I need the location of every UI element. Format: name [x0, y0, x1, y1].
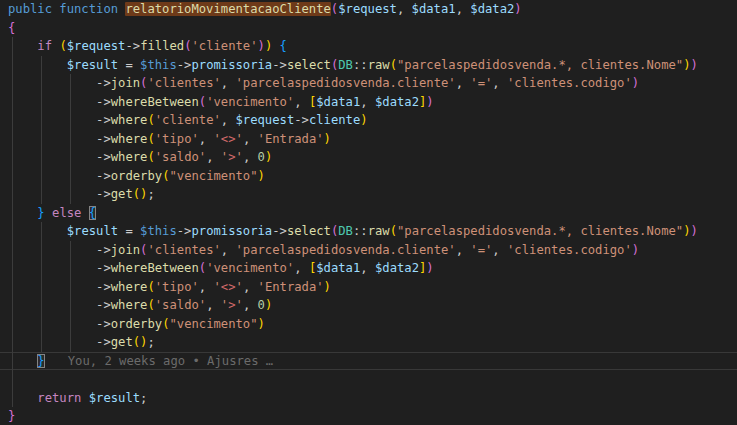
- indent-guide: [41, 56, 42, 75]
- code-token: ': [214, 280, 221, 294]
- indent-guide: [12, 185, 13, 204]
- code-token: [8, 335, 96, 349]
- code-token: 'cliente': [192, 39, 258, 53]
- code-token: 'vencimento': [206, 95, 294, 109]
- indent-guide: [41, 278, 42, 297]
- code-line[interactable]: ->join('clientes', 'parcelaspedidosvenda…: [0, 241, 737, 260]
- code-line[interactable]: ->where('saldo', '>', 0): [0, 148, 737, 167]
- indent-guide: [12, 111, 13, 130]
- matched-bracket: }: [37, 354, 44, 368]
- code-token: <>: [221, 132, 236, 146]
- indent-guide: [12, 389, 13, 408]
- code-token: ,: [199, 132, 214, 146]
- code-token: (: [147, 150, 154, 164]
- code-token: ): [632, 76, 639, 90]
- code-token: [8, 187, 96, 201]
- code-line[interactable]: $result = $this->promissoria->select(DB:…: [0, 222, 737, 241]
- code-token: $request: [67, 39, 126, 53]
- indent-guide: [12, 56, 13, 75]
- code-line[interactable]: ->where('saldo', '>', 0): [0, 296, 737, 315]
- code-token: raw: [368, 224, 390, 238]
- code-token: "parcelaspedidosvenda.*, clientes.Nome": [397, 224, 683, 238]
- code-token: ): [426, 95, 433, 109]
- indent-guide: [12, 204, 13, 223]
- code-token: ): [683, 224, 690, 238]
- indent-guide: [41, 296, 42, 315]
- code-token: 0: [258, 150, 265, 164]
- code-token: (: [390, 58, 397, 72]
- code-token: [8, 298, 96, 312]
- code-token: ;: [147, 335, 154, 349]
- code-token: ): [258, 169, 265, 183]
- code-token: ,: [360, 261, 375, 275]
- indent-guide: [41, 130, 42, 149]
- code-token: if: [37, 39, 52, 53]
- code-token: ::: [353, 58, 368, 72]
- code-line[interactable]: ->orderby("vencimento"): [0, 167, 737, 186]
- code-token: ': [214, 132, 221, 146]
- code-token: 'parcelaspedidosvenda.cliente': [236, 243, 456, 257]
- code-token: [8, 169, 96, 183]
- code-line[interactable]: {: [0, 19, 737, 38]
- matched-bracket: {: [89, 206, 96, 220]
- code-line[interactable]: }: [0, 407, 737, 425]
- code-line[interactable]: ->where('tipo', '<>', 'Entrada'): [0, 130, 737, 149]
- code-line[interactable]: ->whereBetween('vencimento', [$data1, $d…: [0, 259, 737, 278]
- code-token: ->: [96, 317, 111, 331]
- code-token: [8, 150, 96, 164]
- code-line[interactable]: ->whereBetween('vencimento', [$data1, $d…: [0, 93, 737, 112]
- code-token: whereBetween: [111, 261, 199, 275]
- code-token: [45, 206, 52, 220]
- code-line[interactable]: if ($request->filled('cliente')) {: [0, 37, 737, 56]
- code-line[interactable]: ->join('clientes', 'parcelaspedidosvenda…: [0, 74, 737, 93]
- code-token: ->: [96, 298, 111, 312]
- code-token: ->: [177, 58, 192, 72]
- code-token: ): [258, 39, 265, 53]
- code-line[interactable]: ->get();: [0, 185, 737, 204]
- code-token: [8, 280, 96, 294]
- code-token: $data1: [316, 261, 360, 275]
- code-line[interactable]: [0, 370, 737, 389]
- code-token: ->: [96, 280, 111, 294]
- code-token: 'tipo': [155, 280, 199, 294]
- indent-guide: [12, 222, 13, 241]
- code-token: "parcelaspedidosvenda.*, clientes.Nome": [397, 58, 683, 72]
- indent-guide: [12, 315, 13, 334]
- code-token: ): [265, 150, 272, 164]
- code-token: join: [111, 243, 140, 257]
- code-token: (: [147, 132, 154, 146]
- git-blame-annotation: You, 2 weeks ago • Ajusres …: [68, 354, 273, 368]
- code-editor[interactable]: public function relatorioMovimentacaoCli…: [0, 0, 737, 425]
- code-token: [272, 39, 279, 53]
- code-line[interactable]: } else {: [0, 204, 737, 223]
- code-token: $data2: [470, 2, 514, 16]
- code-token: ->: [96, 169, 111, 183]
- indent-guide: [12, 352, 13, 371]
- code-line[interactable]: }You, 2 weeks ago • Ajusres …: [0, 352, 737, 371]
- code-token: ->: [96, 76, 111, 90]
- code-line[interactable]: ->where('tipo', '<>', 'Entrada'): [0, 278, 737, 297]
- code-line[interactable]: ->orderby("vencimento"): [0, 315, 737, 334]
- code-token: (: [133, 187, 140, 201]
- indent-guide: [70, 185, 71, 204]
- code-token: ->: [294, 113, 309, 127]
- code-token: [81, 206, 88, 220]
- code-token: >: [228, 150, 235, 164]
- code-token: ): [258, 317, 265, 331]
- code-line[interactable]: public function relatorioMovimentacaoCli…: [0, 0, 737, 19]
- code-token: {: [8, 21, 15, 35]
- code-token: ): [360, 113, 367, 127]
- code-token: [8, 95, 96, 109]
- code-token: ': [236, 280, 243, 294]
- indent-guide: [70, 167, 71, 186]
- code-line[interactable]: return $result;: [0, 389, 737, 408]
- code-line[interactable]: ->where('cliente', $request->cliente): [0, 111, 737, 130]
- code-token: ): [324, 132, 331, 146]
- code-token: [8, 132, 96, 146]
- code-token: $data2: [375, 95, 419, 109]
- code-line[interactable]: $result = $this->promissoria->select(DB:…: [0, 56, 737, 75]
- code-token: ): [632, 243, 639, 257]
- code-line[interactable]: ->get();: [0, 333, 737, 352]
- code-token: (: [147, 298, 154, 312]
- code-token: [81, 391, 88, 405]
